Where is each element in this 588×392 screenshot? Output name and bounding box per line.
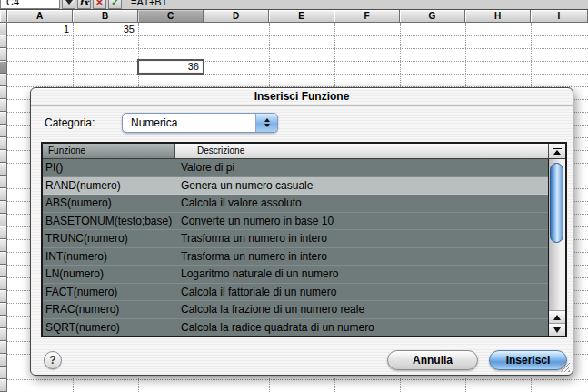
row-header-13[interactable] xyxy=(0,176,7,188)
function-name: ABS(numero) xyxy=(43,196,175,209)
function-description: Trasforma un numero in intero xyxy=(175,232,548,245)
function-list-item[interactable]: ABS(numero)Calcola il valore assoluto xyxy=(43,195,548,213)
row-header-29[interactable] xyxy=(0,379,7,392)
row-header-20[interactable] xyxy=(0,265,7,277)
function-name: PI() xyxy=(43,161,175,174)
row-header-2[interactable] xyxy=(0,35,7,48)
function-list-item[interactable]: BASETONUM(testo;base)Converte un numero … xyxy=(43,213,548,231)
row-header-17[interactable] xyxy=(0,226,7,239)
list-scrollbar[interactable] xyxy=(548,159,565,336)
row-header-4[interactable] xyxy=(0,61,7,74)
resize-grip[interactable] xyxy=(560,362,570,372)
cancel-entry-button[interactable]: ✕ xyxy=(93,0,106,9)
function-list-item[interactable]: SQRT(numero)Calcola la radice quadrata d… xyxy=(43,319,548,337)
row-header-12[interactable] xyxy=(0,163,7,176)
row-header-16[interactable] xyxy=(0,214,7,226)
row-header-5[interactable] xyxy=(0,74,7,86)
function-list-item[interactable]: FACT(numero)Calcola il fattoriale di un … xyxy=(43,284,548,302)
row-header-1[interactable] xyxy=(0,23,7,35)
insert-function-dialog: Inserisci Funzione Categoria: Numerica F… xyxy=(30,87,573,376)
function-list-item[interactable]: RAND(numero)Genera un numero casuale xyxy=(43,177,548,196)
row-header-26[interactable] xyxy=(0,341,7,354)
column-header-e[interactable]: E xyxy=(269,10,334,23)
corner-header[interactable] xyxy=(0,10,7,23)
formula-text[interactable]: =A1+B1 xyxy=(131,0,167,7)
column-header-i[interactable]: I xyxy=(531,10,588,23)
column-header-funzione[interactable]: Funzione xyxy=(43,144,175,158)
row-header-22[interactable] xyxy=(0,290,7,303)
application-window: C4 fx ✕ ✓ =A1+B1 ABCDEFGHI 13536 Inseris… xyxy=(0,0,588,392)
function-description: Calcola il fattoriale di un numero xyxy=(175,286,548,298)
grid-line xyxy=(7,379,588,380)
help-button[interactable]: ? xyxy=(44,351,62,369)
scroll-up-icon xyxy=(553,315,561,320)
scrollbar-thumb[interactable] xyxy=(550,163,563,243)
accept-entry-button[interactable]: ✓ xyxy=(108,0,122,9)
row-header-27[interactable] xyxy=(0,354,7,367)
column-header-g[interactable]: G xyxy=(400,10,465,23)
cell-value[interactable]: 1 xyxy=(7,23,73,35)
column-header-c[interactable]: C xyxy=(138,10,204,23)
column-header-d[interactable]: D xyxy=(204,10,269,23)
column-headers: ABCDEFGHI xyxy=(0,10,588,23)
column-header-descrizione[interactable]: Descrizione xyxy=(175,144,548,158)
row-header-19[interactable] xyxy=(0,252,7,265)
selected-cell[interactable]: 36 xyxy=(137,59,204,75)
grid-line xyxy=(7,61,588,62)
sort-order-icon xyxy=(553,148,562,149)
function-name: LN(numero) xyxy=(43,267,175,280)
function-name: TRUNC(numero) xyxy=(43,232,175,245)
dropdown-arrow-icon xyxy=(65,0,73,5)
category-popup-menu[interactable]: Numerica xyxy=(122,113,278,133)
column-header-b[interactable]: B xyxy=(73,10,138,23)
function-list-header: Funzione Descrizione xyxy=(43,144,565,159)
row-header-23[interactable] xyxy=(0,303,7,316)
row-header-28[interactable] xyxy=(0,367,7,379)
function-list-rows: PI()Valore di piRAND(numero)Genera un nu… xyxy=(43,159,548,336)
function-list-item[interactable]: LN(numero)Logaritmo naturale di un numer… xyxy=(43,266,548,284)
insert-function-button[interactable]: fx xyxy=(77,0,91,9)
function-list-item[interactable]: FRAC(numero)Calcola la frazione di un nu… xyxy=(43,301,548,319)
function-list-item[interactable]: INT(numero)Trasforma un numero in intero xyxy=(43,248,548,266)
grid-line xyxy=(7,35,588,36)
insert-button[interactable]: Inserisci xyxy=(489,350,567,370)
column-header-h[interactable]: H xyxy=(465,10,531,23)
row-header-15[interactable] xyxy=(0,201,7,214)
sort-order-button[interactable] xyxy=(548,144,565,158)
function-description: Valore di pi xyxy=(175,161,548,174)
row-header-8[interactable] xyxy=(0,112,7,125)
cell-value[interactable]: 35 xyxy=(73,23,138,35)
column-header-f[interactable]: F xyxy=(334,10,400,23)
cell-reference-box[interactable]: C4 xyxy=(0,0,60,9)
function-list-item[interactable]: PI()Valore di pi xyxy=(43,159,548,177)
row-header-24[interactable] xyxy=(0,316,7,328)
row-headers xyxy=(0,23,7,392)
cancel-button[interactable]: Annulla xyxy=(387,350,478,370)
row-header-3[interactable] xyxy=(0,48,7,61)
row-header-18[interactable] xyxy=(0,239,7,252)
function-description: Genera un numero casuale xyxy=(175,179,548,192)
row-header-6[interactable] xyxy=(0,86,7,99)
scroll-down-button[interactable] xyxy=(549,323,565,336)
row-header-21[interactable] xyxy=(0,277,7,290)
row-header-7[interactable] xyxy=(0,99,7,112)
row-header-9[interactable] xyxy=(0,125,7,137)
function-description: Calcola la frazione di un numero reale xyxy=(175,303,548,316)
function-list-item[interactable]: TRUNC(numero)Trasforma un numero in inte… xyxy=(43,230,548,248)
cell-reference-dropdown-button[interactable] xyxy=(62,0,75,9)
scroll-up-button[interactable] xyxy=(549,310,565,323)
function-description: Trasforma un numero in intero xyxy=(175,250,548,263)
function-description: Calcola il valore assoluto xyxy=(175,196,548,209)
function-name: BASETONUM(testo;base) xyxy=(43,215,175,227)
row-header-14[interactable] xyxy=(0,188,7,201)
function-description: Calcola la radice quadrata di un numero xyxy=(175,321,548,334)
fx-icon: fx xyxy=(79,0,88,7)
function-name: INT(numero) xyxy=(43,250,175,263)
column-header-a[interactable]: A xyxy=(7,10,73,23)
grid-line xyxy=(7,74,588,75)
row-header-25[interactable] xyxy=(0,328,7,341)
row-header-10[interactable] xyxy=(0,137,7,150)
row-header-11[interactable] xyxy=(0,150,7,163)
accept-check-icon: ✓ xyxy=(111,0,118,7)
dialog-title: Inserisci Funzione xyxy=(31,88,573,106)
